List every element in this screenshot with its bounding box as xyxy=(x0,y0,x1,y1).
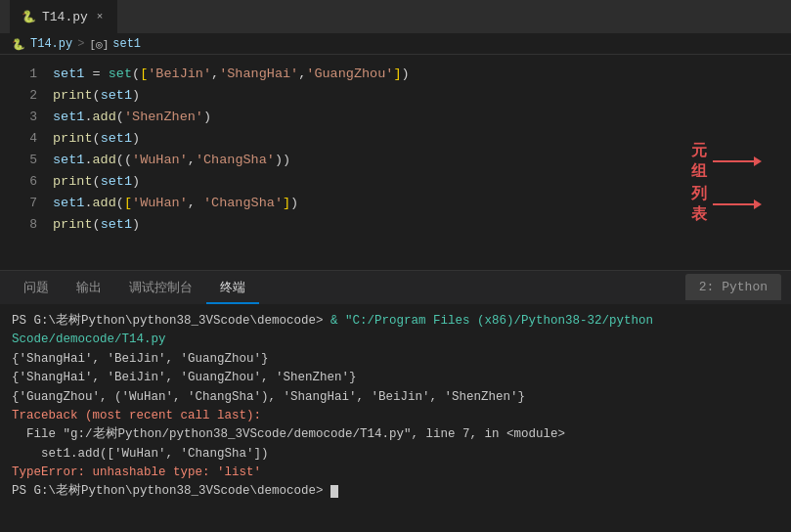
line-number-5: 5 xyxy=(8,153,37,167)
code-content-4: print(set1) xyxy=(53,131,140,146)
terminal-panel[interactable]: PS G:\老树Python\python38_3VScode\democode… xyxy=(0,304,791,532)
tab-terminal[interactable]: 终端 xyxy=(206,273,259,304)
terminal-prompt-1: PS G:\老树Python\python38_3VScode\democode… xyxy=(12,314,330,328)
code-content-1: set1 = set(['BeiJin','ShangHai','GuangZh… xyxy=(53,66,410,81)
code-line-7: 7 set1.add(['WuHan', 'ChangSha']) xyxy=(0,192,791,213)
code-line-4: 4 print(set1) xyxy=(0,127,791,149)
breadcrumb-separator: > xyxy=(77,37,84,51)
tab-close-button[interactable]: × xyxy=(94,10,107,23)
terminal-line-8: set1.add(['WuHan', 'ChangSha']) xyxy=(12,445,779,464)
code-content-2: print(set1) xyxy=(53,88,140,103)
code-line-3: 3 set1.add('ShenZhen') xyxy=(0,106,791,127)
line-number-2: 2 xyxy=(8,88,37,103)
terminal-line-4: {'ShangHai', 'BeiJin', 'GuangZhou', 'She… xyxy=(12,369,779,387)
terminal-line-5: {'GuangZhou', ('WuHan', 'ChangSha'), 'Sh… xyxy=(12,388,779,407)
panel-tab-python[interactable]: 2: Python xyxy=(685,274,781,300)
line-number-8: 8 xyxy=(8,217,37,232)
terminal-line-7: File "g:/老树Python/python38_3VScode/democ… xyxy=(12,425,779,444)
breadcrumb-file[interactable]: T14.py xyxy=(30,37,72,51)
terminal-cmd-1: & "C:/Program Files (x86)/Python38-32/py… xyxy=(330,314,653,328)
line-number-7: 7 xyxy=(8,196,37,210)
code-content-6: print(set1) xyxy=(53,174,140,189)
line-number-1: 1 xyxy=(8,66,37,81)
line-number-3: 3 xyxy=(8,110,37,124)
code-line-6: 6 print(set1) xyxy=(0,170,791,192)
code-content-5: set1.add(('WuHan','ChangSha')) xyxy=(53,153,290,167)
python-breadcrumb-icon: 🐍 xyxy=(12,38,25,51)
title-bar: 🐍 T14.py × xyxy=(0,0,791,34)
tab-debug-console[interactable]: 调试控制台 xyxy=(115,273,206,304)
breadcrumb: 🐍 T14.py > [◎] set1 xyxy=(0,34,791,55)
code-line-8: 8 print(set1) xyxy=(0,213,791,235)
code-line-1: 1 set1 = set(['BeiJin','ShangHai','Guang… xyxy=(0,63,791,84)
terminal-line-6: Traceback (most recent call last): xyxy=(12,407,779,425)
breadcrumb-symbol-icon: [◎] xyxy=(89,38,109,51)
terminal-line-9: TypeError: unhashable type: 'list' xyxy=(12,464,779,482)
tab-label: T14.py xyxy=(42,10,88,24)
terminal-cursor xyxy=(330,485,338,498)
editor-tab[interactable]: 🐍 T14.py × xyxy=(10,0,117,34)
python-icon: 🐍 xyxy=(22,10,36,24)
code-content-7: set1.add(['WuHan', 'ChangSha']) xyxy=(53,196,298,210)
terminal-line-3: {'ShangHai', 'BeiJin', 'GuangZhou'} xyxy=(12,350,779,369)
code-content-3: set1.add('ShenZhen') xyxy=(53,110,211,124)
terminal-line-1: PS G:\老树Python\python38_3VScode\democode… xyxy=(12,312,779,331)
code-line-5: 5 set1.add(('WuHan','ChangSha')) xyxy=(0,149,791,170)
line-number-4: 4 xyxy=(8,131,37,146)
breadcrumb-symbol[interactable]: set1 xyxy=(112,37,141,51)
terminal-line-10: PS G:\老树Python\python38_3VScode\democode… xyxy=(12,482,779,501)
breadcrumb-symbol-container: [◎] set1 xyxy=(89,37,141,51)
tab-problems[interactable]: 问题 xyxy=(10,273,63,304)
code-editor: 1 set1 = set(['BeiJin','ShangHai','Guang… xyxy=(0,55,791,270)
terminal-prompt-2: PS G:\老树Python\python38_3VScode\democode… xyxy=(12,484,330,498)
line-number-6: 6 xyxy=(8,174,37,189)
panel-tabs: 问题 输出 调试控制台 终端 2: Python xyxy=(0,270,791,304)
code-line-2: 2 print(set1) xyxy=(0,84,791,106)
terminal-line-2: Scode/democode/T14.py xyxy=(12,331,779,349)
code-content-8: print(set1) xyxy=(53,217,140,232)
tab-output[interactable]: 输出 xyxy=(63,273,115,304)
